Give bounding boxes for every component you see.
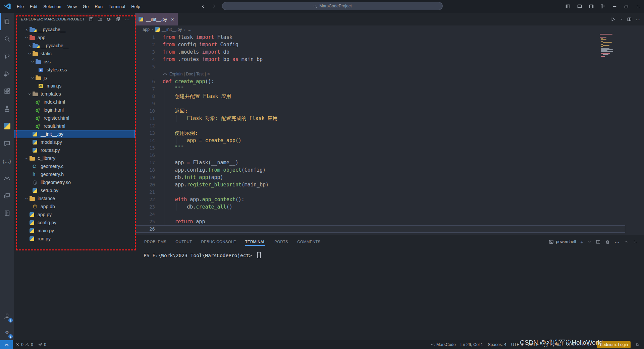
tree-item-routes.py[interactable]: ›routes.py xyxy=(14,146,135,154)
run-button[interactable] xyxy=(610,16,616,22)
activity-item-explorer[interactable] xyxy=(0,13,14,30)
tree-item-instance[interactable]: ›instance xyxy=(14,194,135,202)
close-window-button[interactable] xyxy=(632,0,644,13)
encoding-status[interactable]: UTF-8 xyxy=(509,340,525,349)
codeium-login-button[interactable]: Codeium: Login xyxy=(597,341,631,348)
tree-item-libgeometry.so[interactable]: ›libgeometry.so xyxy=(14,178,135,186)
tree-item-templates[interactable]: ›templates xyxy=(14,90,135,98)
activity-item-editor-layouts[interactable] xyxy=(0,187,14,205)
activity-item-testing[interactable] xyxy=(0,100,14,117)
activity-item-extensions[interactable] xyxy=(0,82,14,100)
panel-tab-debug-console[interactable]: DEBUG CONSOLE xyxy=(201,235,236,248)
activity-item-snippets[interactable]: {...} xyxy=(0,152,14,170)
menu-run[interactable]: Run xyxy=(92,0,106,13)
refresh-button[interactable]: ⟳ xyxy=(105,15,113,23)
tree-item-static[interactable]: ›static xyxy=(14,50,135,58)
minimize-button[interactable] xyxy=(609,0,621,13)
more-actions-button[interactable]: ··· xyxy=(636,17,641,22)
codelens[interactable]: Explain | Doc | Test | ✕ xyxy=(135,70,644,78)
menu-edit[interactable]: Edit xyxy=(27,0,40,13)
kill-terminal-button[interactable] xyxy=(605,239,610,244)
codelens-label[interactable]: Explain | Doc | Test | ✕ xyxy=(169,72,210,76)
split-terminal-button[interactable] xyxy=(596,239,601,244)
terminal-shell[interactable]: powershell xyxy=(549,239,576,244)
breadcrumb-item[interactable]: app xyxy=(143,27,150,32)
menu-view[interactable]: View xyxy=(64,0,80,13)
collapse-all-button[interactable] xyxy=(114,15,122,23)
tree-item-index.html[interactable]: ›djindex.html xyxy=(14,98,135,106)
notifications-bell[interactable] xyxy=(633,340,642,349)
tree-item-config.py[interactable]: ›config.py xyxy=(14,219,135,227)
menu-selection[interactable]: Selection xyxy=(40,0,64,13)
code-editor[interactable]: 1from flask import Flask2from config imp… xyxy=(135,34,644,235)
tree-item-models.py[interactable]: ›models.py xyxy=(14,138,135,146)
ports-status[interactable]: 0 xyxy=(36,340,49,349)
layout-customize-button[interactable] xyxy=(597,0,609,13)
activity-item-run-debug[interactable] xyxy=(0,65,14,82)
activity-item-marscode[interactable] xyxy=(0,170,14,187)
menu-file[interactable]: File xyxy=(14,0,27,13)
panel-tab-output[interactable]: OUTPUT xyxy=(175,235,192,248)
layout-panel-button[interactable] xyxy=(574,0,585,13)
breadcrumb-item[interactable]: __init__.py xyxy=(162,27,182,32)
interpreter-status[interactable]: 3.10.11 64-bit xyxy=(565,340,595,349)
minimap[interactable] xyxy=(600,34,617,58)
tree-item-result.html[interactable]: ›djresult.html xyxy=(14,122,135,130)
activity-item-source-control[interactable] xyxy=(0,48,14,65)
activity-item-chat[interactable]: </> xyxy=(0,135,14,152)
split-editor-button[interactable] xyxy=(627,17,632,22)
activity-item-settings[interactable]: ⚙1 xyxy=(0,324,14,340)
forward-icon[interactable] xyxy=(211,4,217,9)
more-button[interactable]: ··· xyxy=(123,15,131,23)
run-dropdown[interactable] xyxy=(620,17,623,21)
tree-item-__init__.py[interactable]: ›__init__.py xyxy=(14,130,135,138)
terminal-dropdown[interactable] xyxy=(588,240,591,244)
menu-go[interactable]: Go xyxy=(80,0,92,13)
remote-indicator[interactable]: >< xyxy=(0,340,13,349)
tree-item-app.py[interactable]: ›app.py xyxy=(14,211,135,219)
activity-item-accounts[interactable]: 1 xyxy=(0,308,14,324)
tree-item-styles.css[interactable]: ›3styles.css xyxy=(14,66,135,74)
tree-item-run.py[interactable]: ›run.py xyxy=(14,235,135,243)
activity-item-notebook[interactable] xyxy=(0,205,14,222)
tree-item-app[interactable]: ›app xyxy=(14,34,135,42)
search-input[interactable]: MarsCodeProject xyxy=(222,2,443,10)
tree-item-__pycache__[interactable]: ›__pycache__ xyxy=(14,25,135,34)
language-status[interactable]: { }Python xyxy=(541,340,565,349)
terminal[interactable]: PS F:\Work\2023 Tool\MarsCodeProject> xyxy=(135,248,644,258)
close-tab-icon[interactable]: × xyxy=(171,16,174,22)
panel-tab-comments[interactable]: COMMENTS xyxy=(297,235,320,248)
tree-item-js[interactable]: ›js xyxy=(14,74,135,82)
problems-status[interactable]: 0 0 xyxy=(13,340,36,349)
menu-help[interactable]: Help xyxy=(128,0,143,13)
panel-tab-terminal[interactable]: TERMINAL xyxy=(245,235,266,248)
panel-more-button[interactable]: ··· xyxy=(614,239,620,244)
layout-sidebar-button[interactable] xyxy=(562,0,574,13)
tree-item-geometry.h[interactable]: ›hgeometry.h xyxy=(14,170,135,178)
close-panel-button[interactable] xyxy=(633,239,638,244)
new-file-button[interactable] xyxy=(87,15,95,23)
marscode-status[interactable]: MarsCode xyxy=(428,340,458,349)
tree-item-__pycache__[interactable]: ›__pycache__ xyxy=(14,42,135,50)
maximize-panel-button[interactable] xyxy=(624,239,629,244)
activity-item-python[interactable] xyxy=(0,117,14,135)
tree-item-register.html[interactable]: ›djregister.html xyxy=(14,114,135,122)
tab-init-py[interactable]: __init__.py × xyxy=(135,13,178,25)
indentation-status[interactable]: Spaces: 4 xyxy=(485,340,509,349)
tree-item-setup.py[interactable]: ›setup.py xyxy=(14,186,135,194)
panel-tab-problems[interactable]: PROBLEMS xyxy=(144,235,166,248)
tree-item-main.py[interactable]: ›main.py xyxy=(14,227,135,235)
activity-item-search[interactable] xyxy=(0,30,14,48)
tree-item-c_library[interactable]: ›c_library xyxy=(14,154,135,162)
back-icon[interactable] xyxy=(201,4,206,9)
new-folder-button[interactable] xyxy=(96,15,104,23)
new-terminal-button[interactable]: + xyxy=(580,239,583,244)
restore-button[interactable] xyxy=(621,0,632,13)
tree-item-app.db[interactable]: ›app.db xyxy=(14,202,135,211)
tree-item-login.html[interactable]: ›djlogin.html xyxy=(14,106,135,114)
menu-terminal[interactable]: Terminal xyxy=(106,0,128,13)
eol-status[interactable]: CRLF xyxy=(525,340,541,349)
tree-item-css[interactable]: ›css xyxy=(14,58,135,66)
tree-item-geometry.c[interactable]: ›Cgeometry.c xyxy=(14,162,135,170)
tree-item-main.js[interactable]: ›JSmain.js xyxy=(14,82,135,90)
